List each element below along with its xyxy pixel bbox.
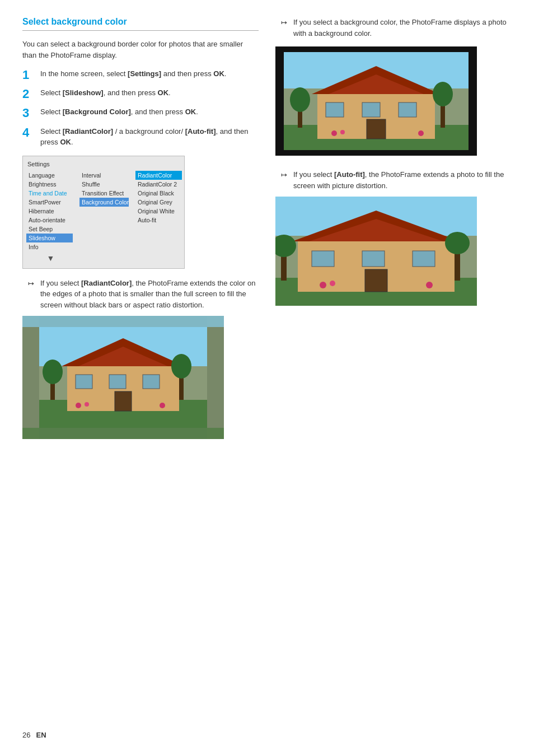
step-number-1: 1 — [22, 68, 35, 82]
svg-rect-11 — [115, 391, 132, 411]
menu-col-3: RadiantColor RadiantColor 2 Original Bla… — [132, 171, 185, 263]
step-2: 2 Select [Slideshow], and then press OK. — [22, 87, 259, 101]
svg-rect-33 — [367, 119, 386, 139]
svg-rect-30 — [326, 102, 344, 117]
step-1: 1 In the home screen, select [Settings] … — [22, 68, 259, 82]
svg-rect-20 — [207, 316, 224, 439]
menu-item-brightness: Brightness — [26, 180, 73, 189]
svg-rect-50 — [365, 269, 387, 292]
svg-point-56 — [330, 281, 335, 286]
svg-rect-53 — [455, 250, 460, 281]
svg-point-40 — [418, 130, 424, 136]
house-image-bgcolor — [275, 46, 477, 156]
step-text-4: Select [RadiantColor] / a background col… — [40, 126, 259, 148]
svg-point-54 — [445, 232, 470, 254]
svg-rect-19 — [22, 316, 39, 439]
page-container: Select background color You can select a… — [22, 17, 512, 447]
menu-item-language: Language — [26, 171, 73, 180]
menu-item-radiantcolor: RadiantColor — [135, 171, 182, 180]
svg-point-39 — [340, 130, 345, 134]
menu-item-bgcolor: Background Color — [79, 198, 129, 207]
svg-rect-32 — [399, 102, 416, 117]
menu-item-original-black: Original Black — [135, 189, 182, 198]
menu-item-radiantcolor2: RadiantColor 2 — [135, 180, 182, 189]
note-radiantcolor: ↦ If you select [RadiantColor], the Phot… — [22, 278, 259, 311]
steps-list: 1 In the home screen, select [Settings] … — [22, 68, 259, 148]
svg-rect-8 — [76, 375, 92, 389]
svg-rect-22 — [22, 428, 224, 439]
svg-rect-10 — [143, 375, 160, 389]
settings-menu: Settings Language Brightness Time and Da… — [22, 156, 185, 269]
section-title: Select background color — [22, 17, 259, 31]
step-text-3: Select [Background Color], and then pres… — [40, 106, 198, 118]
house-image-autofit — [275, 197, 477, 306]
house-svg-bgcolor — [275, 46, 477, 156]
settings-menu-title: Settings — [23, 160, 184, 171]
svg-point-37 — [433, 82, 453, 106]
left-column: Select background color You can select a… — [22, 17, 259, 447]
step-text-1: In the home screen, select [Settings] an… — [40, 68, 226, 80]
note-arrow-3: ↦ — [281, 170, 289, 181]
svg-point-57 — [426, 282, 433, 288]
note-arrow-1: ↦ — [28, 278, 36, 290]
svg-point-16 — [76, 403, 81, 408]
house-svg-autofit — [275, 197, 477, 306]
note-text-1: If you select [RadiantColor], the PhotoF… — [40, 278, 259, 311]
menu-item-auto-orientate: Auto-orientate — [26, 216, 73, 225]
svg-point-13 — [43, 360, 63, 384]
menu-item-setbeep: Set Beep — [26, 225, 73, 234]
menu-item-original-white: Original White — [135, 207, 182, 216]
step-4: 4 Select [RadiantColor] / a background c… — [22, 126, 259, 148]
menu-item-hibernate: Hibernate — [26, 207, 73, 216]
step-number-3: 3 — [22, 106, 35, 120]
page-language: EN — [36, 731, 46, 739]
menu-item-timedate: Time and Date — [26, 189, 73, 198]
house-svg-radiant — [22, 316, 224, 439]
intro-text: You can select a background border color… — [22, 39, 259, 60]
svg-point-15 — [171, 354, 191, 379]
menu-item-shuffle: Shuffle — [79, 180, 129, 189]
note-arrow-2: ↦ — [281, 17, 289, 29]
menu-item-transition: Transition Effect — [79, 189, 129, 198]
svg-rect-48 — [362, 251, 385, 267]
step-text-2: Select [Slideshow], and then press OK. — [40, 87, 171, 99]
step-3: 3 Select [Background Color], and then pr… — [22, 106, 259, 120]
menu-item-autofit: Auto-fit — [135, 216, 182, 225]
settings-menu-cols: Language Brightness Time and Date SmartP… — [23, 171, 184, 263]
menu-item-interval: Interval — [79, 171, 129, 180]
menu-col-2: Interval Shuffle Transition Effect Backg… — [76, 171, 132, 263]
svg-point-38 — [331, 130, 337, 136]
house-image-radiant — [22, 316, 224, 439]
menu-item-original-grey: Original Grey — [135, 198, 182, 207]
svg-point-18 — [160, 403, 165, 408]
svg-point-55 — [320, 282, 326, 288]
step-number-4: 4 — [22, 126, 35, 139]
right-column: ↦ If you select a background color, the … — [275, 17, 512, 447]
svg-rect-9 — [109, 375, 126, 389]
menu-item-info: Info — [26, 242, 73, 251]
menu-col-1: Language Brightness Time and Date SmartP… — [23, 171, 76, 263]
menu-item-slideshow: Slideshow — [26, 234, 73, 242]
svg-rect-21 — [22, 316, 224, 327]
page-number: 26 — [22, 731, 30, 739]
svg-point-17 — [85, 402, 89, 407]
note-text-2: If you select a background color, the Ph… — [293, 17, 512, 39]
svg-rect-31 — [362, 102, 380, 117]
svg-rect-49 — [413, 251, 435, 267]
menu-scroll-arrow: ▼ — [26, 251, 73, 263]
step-number-2: 2 — [22, 87, 35, 101]
note-text-3: If you select [Auto-fit], the PhotoFrame… — [293, 169, 512, 191]
svg-rect-47 — [312, 251, 334, 267]
menu-item-smartpower: SmartPower — [26, 198, 73, 207]
note-autofit: ↦ If you select [Auto-fit], the PhotoFra… — [275, 169, 512, 191]
svg-point-35 — [290, 87, 310, 112]
note-bgcolor: ↦ If you select a background color, the … — [275, 17, 512, 39]
page-footer: 26 EN — [22, 731, 46, 739]
